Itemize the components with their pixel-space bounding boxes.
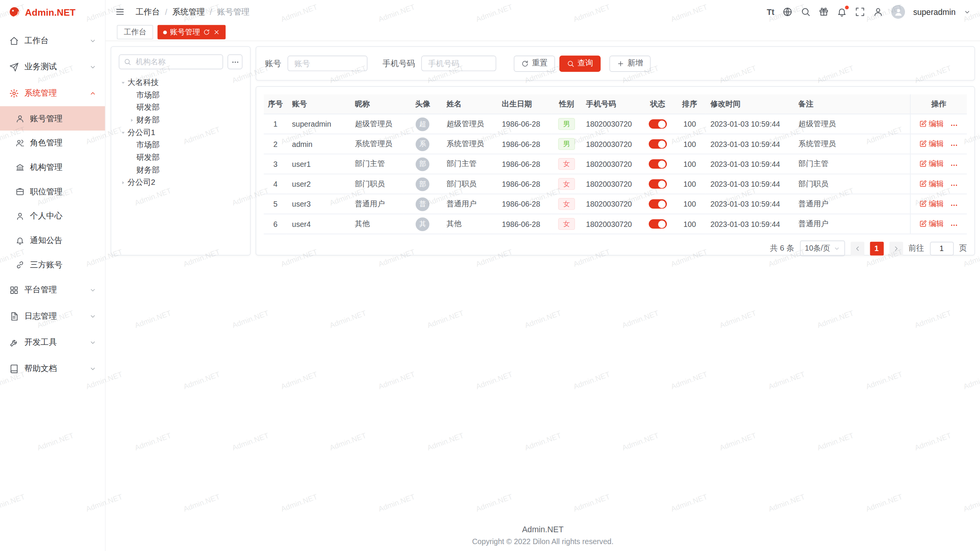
edit-button[interactable]: 编辑 bbox=[920, 139, 944, 149]
sidebar-subitem-link[interactable]: 三方账号 bbox=[0, 253, 105, 277]
chevron-down-icon bbox=[89, 64, 96, 70]
reset-button[interactable]: 重置 bbox=[514, 55, 555, 71]
edit-icon bbox=[920, 220, 927, 228]
logo[interactable]: Admin.NET bbox=[0, 0, 105, 24]
tree-node[interactable]: 研发部 bbox=[127, 151, 242, 164]
status-toggle[interactable] bbox=[648, 179, 666, 189]
status-toggle[interactable] bbox=[648, 160, 666, 169]
page-size-select[interactable]: 10条/页 bbox=[800, 241, 844, 256]
role-icon bbox=[16, 139, 24, 147]
next-page-button[interactable] bbox=[889, 241, 903, 255]
edit-button[interactable]: 编辑 bbox=[920, 178, 944, 189]
cell: 1986-06-28 bbox=[497, 214, 552, 234]
breadcrumb-item-workbench[interactable]: 工作台 bbox=[136, 6, 160, 17]
account-label: 账号 bbox=[265, 58, 281, 69]
row-avatar: 部 bbox=[416, 157, 430, 171]
profile-outline-icon[interactable] bbox=[873, 7, 883, 17]
tab-workbench[interactable]: 工作台 bbox=[117, 25, 153, 39]
sidebar-subitem-role[interactable]: 角色管理 bbox=[0, 130, 105, 155]
sidebar-subitem-user[interactable]: 账号管理 bbox=[0, 106, 105, 131]
tree-node[interactable]: 研发部 bbox=[127, 101, 242, 114]
row-more-button[interactable] bbox=[950, 222, 958, 230]
sidebar-item-log[interactable]: 日志管理 bbox=[0, 303, 105, 329]
status-toggle[interactable] bbox=[648, 139, 666, 148]
tree-node[interactable]: 市场部 bbox=[127, 139, 242, 151]
sidebar-item-gear[interactable]: 系统管理 bbox=[0, 80, 105, 106]
add-button[interactable]: 新增 bbox=[609, 55, 651, 71]
edit-icon bbox=[920, 180, 927, 187]
fullscreen-icon[interactable] bbox=[855, 7, 865, 17]
user-menu-chevron-icon[interactable] bbox=[964, 8, 971, 15]
tools-icon bbox=[9, 337, 18, 347]
cell: user1 bbox=[287, 154, 350, 174]
table-row: 2admin系统管理员系系统管理员1986-06-28男180200307201… bbox=[264, 134, 967, 154]
tree-node[interactable]: 财务部 bbox=[127, 164, 242, 176]
account-input[interactable] bbox=[287, 55, 368, 71]
cell bbox=[641, 154, 674, 174]
org-name-input[interactable] bbox=[119, 54, 223, 69]
language-globe-icon[interactable] bbox=[782, 7, 792, 17]
tree-node[interactable]: 大名科技 bbox=[119, 76, 242, 89]
tab-account-management[interactable]: 账号管理 bbox=[157, 25, 225, 39]
row-more-button[interactable] bbox=[950, 121, 958, 129]
status-toggle[interactable] bbox=[648, 199, 666, 209]
sidebar-subitem-position[interactable]: 职位管理 bbox=[0, 179, 105, 204]
cell: 18020030720 bbox=[581, 134, 642, 154]
global-search-icon[interactable] bbox=[801, 7, 811, 17]
row-more-button[interactable] bbox=[950, 142, 958, 150]
edit-button[interactable]: 编辑 bbox=[920, 158, 944, 169]
cell: 18020030720 bbox=[581, 214, 642, 234]
breadcrumb-item-system[interactable]: 系统管理 bbox=[172, 6, 205, 17]
column-header: 手机号码 bbox=[581, 95, 642, 114]
row-more-button[interactable] bbox=[950, 201, 958, 209]
sidebar-item-tools[interactable]: 开发工具 bbox=[0, 329, 105, 355]
status-toggle[interactable] bbox=[648, 119, 666, 129]
status-toggle[interactable] bbox=[648, 219, 666, 228]
sidebar-subitem-profile[interactable]: 个人中心 bbox=[0, 204, 105, 228]
sidebar-item-home[interactable]: 工作台 bbox=[0, 28, 105, 54]
sidebar-item-test[interactable]: 业务测试 bbox=[0, 54, 105, 80]
phone-input[interactable] bbox=[421, 55, 496, 71]
tree-node[interactable]: 分公司2 bbox=[119, 176, 242, 189]
sidebar-item-docs[interactable]: 帮助文档 bbox=[0, 355, 105, 382]
cell: 100 bbox=[674, 174, 706, 194]
cell: 1986-06-28 bbox=[497, 134, 552, 154]
tab-refresh-icon[interactable] bbox=[203, 29, 210, 36]
edit-icon bbox=[920, 200, 927, 208]
notifications-bell[interactable] bbox=[837, 7, 847, 17]
table-row: 6user4其他其其他1986-06-28女180200307201002023… bbox=[264, 214, 967, 234]
sidebar-subitem-label: 三方账号 bbox=[30, 259, 96, 270]
edit-label: 编辑 bbox=[929, 198, 944, 209]
edit-button[interactable]: 编辑 bbox=[920, 119, 944, 129]
row-more-button[interactable] bbox=[950, 181, 958, 189]
tree-node[interactable]: 财务部 bbox=[127, 114, 242, 126]
user-avatar[interactable] bbox=[891, 5, 905, 19]
cell: 其他 bbox=[350, 214, 404, 234]
username[interactable]: superadmin bbox=[913, 7, 956, 16]
tree-node[interactable]: 分公司1 bbox=[119, 126, 242, 139]
goto-page-input[interactable] bbox=[930, 241, 954, 255]
sidebar-item-grid[interactable]: 平台管理 bbox=[0, 277, 105, 303]
sidebar-subitem-bell[interactable]: 通知公告 bbox=[0, 228, 105, 253]
breadcrumb-separator: / bbox=[210, 7, 212, 16]
sidebar-subitem-org[interactable]: 机构管理 bbox=[0, 155, 105, 179]
tab-close-icon[interactable] bbox=[213, 29, 220, 36]
theme-gift-icon[interactable] bbox=[819, 7, 829, 17]
sidebar-item-label: 业务测试 bbox=[24, 61, 90, 72]
column-header: 排序 bbox=[674, 95, 706, 114]
font-size-icon[interactable]: Tt bbox=[767, 7, 774, 16]
prev-page-button[interactable] bbox=[850, 241, 864, 255]
cell: 4 bbox=[264, 174, 287, 194]
hamburger-menu-icon[interactable] bbox=[115, 7, 125, 17]
search-button[interactable]: 查询 bbox=[559, 55, 601, 71]
tree-node[interactable]: 市场部 bbox=[127, 89, 242, 101]
tree-more-button[interactable] bbox=[227, 54, 242, 69]
edit-button[interactable]: 编辑 bbox=[920, 198, 944, 209]
table-panel: 序号账号昵称头像姓名出生日期性别手机号码状态排序修改时间备注操作1superad… bbox=[256, 86, 975, 255]
row-more-button[interactable] bbox=[950, 161, 958, 170]
table-header-row: 序号账号昵称头像姓名出生日期性别手机号码状态排序修改时间备注操作 bbox=[264, 95, 967, 114]
page-1-button[interactable]: 1 bbox=[870, 241, 884, 255]
edit-button[interactable]: 编辑 bbox=[920, 218, 944, 229]
edit-icon bbox=[920, 140, 927, 148]
org-icon bbox=[16, 163, 24, 171]
